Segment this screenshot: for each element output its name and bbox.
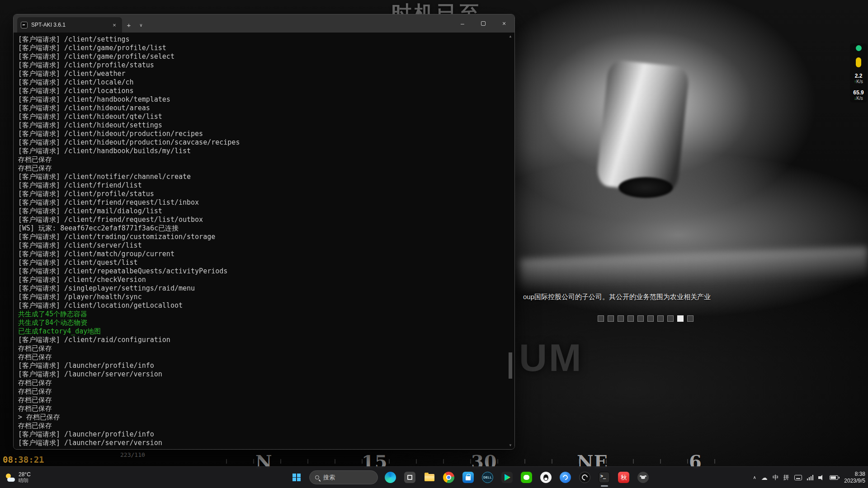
terminal-window: SPT-AKI 3.6.1 × + ∨ – × [客户端请求] /client/… — [13, 14, 515, 450]
terminal-line: [客户端请求] /client/hideout/settings — [18, 121, 504, 130]
taskbar-icon-terminal[interactable]: >_ — [594, 468, 614, 487]
terminal-line: [客户端请求] /client/notifier/channel/create — [18, 173, 504, 181]
checkbox-square — [657, 315, 664, 322]
status-dot-icon — [856, 45, 862, 51]
terminal-line: 存档已保存 — [18, 422, 504, 430]
download-unit: ↓K/s — [854, 96, 863, 101]
upload-unit: ↑K/s — [854, 79, 863, 84]
terminal-output[interactable]: [客户端请求] /client/settings[客户端请求] /client/… — [14, 33, 514, 449]
close-button[interactable]: × — [494, 14, 514, 33]
tab-close-icon[interactable]: × — [110, 21, 118, 29]
upload-speed: 2.2 — [855, 73, 863, 79]
terminal-line: 存档已保存 — [18, 164, 504, 173]
terminal-line: [客户端请求] /launcher/profile/info — [18, 361, 504, 370]
taskbar-icon-browser[interactable] — [556, 468, 575, 487]
terminal-line: [客户端请求] /client/server/list — [18, 241, 504, 250]
terminal-scrollbar[interactable]: ▲ ▼ — [507, 34, 514, 447]
terminal-line: 存档已保存 — [18, 396, 504, 404]
terminal-line: [客户端请求] /launcher/server/version — [18, 370, 504, 379]
checkbox-square — [647, 315, 654, 322]
taskbar-icon-explorer[interactable] — [420, 468, 439, 487]
terminal-tab[interactable]: SPT-AKI 3.6.1 × — [17, 17, 122, 33]
taskbar-clock[interactable]: 8:38 2023/9/5 — [843, 471, 865, 484]
game-checkbox-row — [598, 315, 693, 322]
maximize-button[interactable] — [473, 14, 494, 33]
game-timer: 08:38:21 — [3, 455, 44, 465]
search-icon — [315, 475, 319, 479]
terminal-line: [客户端请求] /client/friend/request/list/outb… — [18, 216, 504, 224]
terminal-line: [WS] 玩家: 8eeaf67ecc2efaf8771f3a6c已连接 — [18, 224, 504, 233]
taskbar-icon-chrome[interactable] — [439, 468, 458, 487]
checkbox-square — [637, 315, 644, 322]
tray-date: 2023/9/5 — [844, 478, 865, 484]
checkbox-square — [667, 315, 674, 322]
terminal-line: 存档已保存 — [18, 155, 504, 164]
terminal-line: 共生成了84个动态物资 — [18, 319, 504, 327]
game-description-text: oup国际控股公司的子公司。其公开的业务范围为农业相关产业 — [523, 293, 711, 301]
onedrive-icon[interactable]: ☁ — [761, 474, 768, 481]
taskbar: 28°C 晴朗 搜索 — [0, 466, 868, 488]
taskbar-center: 搜索 — [288, 467, 653, 488]
taskbar-icon-redapp[interactable]: 秋 — [614, 468, 633, 487]
battery-icon[interactable] — [830, 475, 838, 480]
tab-dropdown-icon[interactable]: ∨ — [136, 17, 146, 33]
terminal-line: [客户端请求] /client/repeatalbeQuests/activit… — [18, 267, 504, 276]
terminal-line: > 存档已保存 — [18, 413, 504, 422]
terminal-line: 存档已保存 — [18, 353, 504, 361]
terminal-line: [客户端请求] /client/game/profile/select — [18, 52, 504, 61]
terminal-line: 存档已保存 — [18, 404, 504, 413]
weather-widget[interactable]: 28°C 晴朗 — [1, 467, 35, 488]
download-speed: 65.9 — [853, 89, 863, 96]
terminal-line: [客户端请求] /client/handbook/builds/my/list — [18, 147, 504, 155]
taskbar-icon-wechat[interactable] — [517, 468, 536, 487]
weather-temp: 28°C — [19, 471, 31, 478]
terminal-line: [客户端请求] /client/locations — [18, 87, 504, 95]
game-stat-text: 223/110 — [120, 451, 145, 458]
minimize-button[interactable]: – — [452, 14, 473, 33]
window-controls: – × — [452, 14, 514, 33]
background-shelf-image — [519, 247, 868, 291]
taskbar-icon-dell[interactable]: DELL — [478, 468, 497, 487]
ime-mode-indicator[interactable]: 拼 — [783, 474, 789, 482]
taskbar-app-icons: DELL — [381, 468, 653, 487]
taskbar-search[interactable]: 搜索 — [309, 470, 378, 484]
terminal-line: 存档已保存 — [18, 379, 504, 387]
terminal-line: [客户端请求] /client/hideout/production/recip… — [18, 130, 504, 138]
taskbar-icon-qq[interactable] — [536, 468, 556, 487]
network-monitor-widget[interactable]: 2.2 ↑K/s 65.9 ↓K/s — [850, 43, 867, 103]
checkbox-square — [677, 315, 684, 322]
volume-icon[interactable] — [818, 475, 825, 480]
taskbar-icon-store[interactable] — [458, 468, 478, 487]
terminal-line: 已生成factory4_day地图 — [18, 327, 504, 336]
terminal-line: [客户端请求] /client/friend/list — [18, 181, 504, 190]
terminal-line: [客户端请求] /client/hideout/production/scavc… — [18, 138, 504, 147]
taskbar-icon-obs[interactable] — [575, 468, 594, 487]
maximize-icon — [481, 21, 486, 26]
terminal-app-icon — [21, 22, 28, 28]
scroll-down-icon[interactable]: ▼ — [507, 443, 514, 447]
tray-expand-icon[interactable]: ∧ — [753, 475, 756, 480]
terminal-line: [客户端请求] /launcher/profile/info — [18, 430, 504, 439]
taskbar-icon-edge[interactable] — [381, 468, 400, 487]
ime-language-indicator[interactable]: 中 — [773, 474, 778, 482]
terminal-line: [客户端请求] /client/location/getLocalloot — [18, 301, 504, 310]
start-button[interactable] — [288, 469, 306, 487]
taskbar-icon-pawapp[interactable] — [633, 468, 653, 487]
scroll-up-icon[interactable]: ▲ — [507, 34, 514, 38]
network-icon[interactable] — [807, 475, 814, 480]
taskbar-icon-appwin[interactable] — [400, 468, 420, 487]
windows-logo-icon — [292, 474, 301, 482]
checkbox-square — [608, 315, 614, 322]
terminal-line: [客户端请求] /launcher/server/version — [18, 439, 504, 447]
terminal-line: [客户端请求] /client/match/group/current — [18, 250, 504, 258]
tab-title: SPT-AKI 3.6.1 — [31, 22, 107, 28]
taskbar-icon-play[interactable] — [497, 468, 517, 487]
status-pill-icon — [856, 57, 861, 67]
checkbox-square — [598, 315, 604, 322]
terminal-titlebar[interactable]: SPT-AKI 3.6.1 × + ∨ – × — [14, 14, 514, 33]
terminal-line: [客户端请求] /client/hideout/areas — [18, 104, 504, 113]
new-tab-button[interactable]: + — [122, 17, 136, 33]
scrollbar-thumb[interactable] — [509, 352, 512, 379]
system-tray: ∧ ☁ 中 拼 8:38 2023/9/5 — [753, 467, 865, 488]
touch-keyboard-icon[interactable] — [794, 475, 802, 480]
